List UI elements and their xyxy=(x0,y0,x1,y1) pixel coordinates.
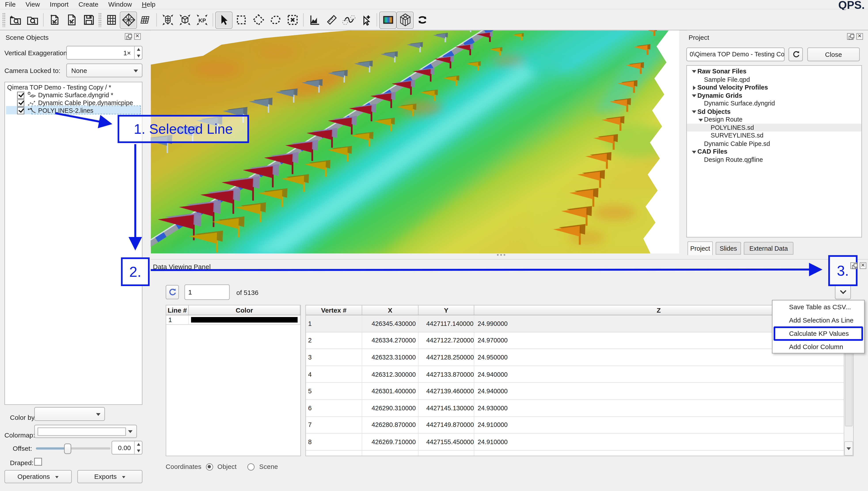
vertex-row-7[interactable]: 7426280.8700004427149.87000024.910000 xyxy=(306,417,844,434)
menu-file[interactable]: File xyxy=(0,0,21,9)
tree-expand-icon[interactable] xyxy=(691,108,698,116)
menu-item-add-color-column[interactable]: Add Color Column xyxy=(773,340,864,353)
tree-expand-icon[interactable] xyxy=(698,116,704,123)
colormap-dropdown[interactable] xyxy=(34,425,137,438)
project-tree[interactable]: Raw Sonar FilesSample File.qpdSound Velo… xyxy=(686,65,862,237)
select-rectangle-button[interactable] xyxy=(232,11,249,28)
vertex-row-6[interactable]: 6426290.3100004427145.13000024.930000 xyxy=(306,400,844,417)
save-button[interactable] xyxy=(80,11,97,28)
vertex-row-5[interactable]: 5426301.4000004427139.46000024.940000 xyxy=(306,383,844,400)
tree-expand-icon[interactable] xyxy=(691,91,698,99)
close-panel-icon[interactable] xyxy=(134,33,141,40)
visibility-checkbox[interactable] xyxy=(17,107,24,114)
offset-slider[interactable] xyxy=(36,447,110,450)
line-number-header[interactable]: Line # xyxy=(166,306,189,315)
zoom-to-kp-button[interactable]: KP xyxy=(193,11,210,28)
new-project-button[interactable] xyxy=(7,11,24,28)
project-tree-item-sd-objects[interactable]: Sd Objects xyxy=(687,108,861,116)
project-tree-item-dynamic-cable-pipe-sd[interactable]: Dynamic Cable Pipe.sd xyxy=(687,140,861,148)
menu-help[interactable]: Help xyxy=(137,0,161,9)
rotate-view-button[interactable] xyxy=(413,11,431,28)
close-panel-icon[interactable] xyxy=(857,33,863,40)
clear-selection-button[interactable] xyxy=(284,11,301,28)
menu-item-save-table-csv[interactable]: Save Table as CSV... xyxy=(773,300,864,314)
visibility-checkbox[interactable] xyxy=(17,91,24,98)
offset-spinner[interactable] xyxy=(134,441,142,454)
record-number-input[interactable] xyxy=(184,285,230,300)
select-cursor-button[interactable] xyxy=(215,11,232,28)
operations-button[interactable]: Operations xyxy=(4,470,72,483)
project-tree-item-dynamic-grids[interactable]: Dynamic Grids xyxy=(687,91,861,99)
tree-expand-icon[interactable] xyxy=(691,83,698,91)
tree-root-item[interactable]: Qimera TOP Demo - Testing Copy / * xyxy=(7,83,111,91)
measure-tool-button[interactable] xyxy=(323,11,340,28)
x-header[interactable]: X xyxy=(362,306,418,315)
float-panel-icon[interactable] xyxy=(125,33,131,40)
draped-checkbox[interactable] xyxy=(34,458,42,466)
select-lasso-button[interactable] xyxy=(267,11,284,28)
close-panel-icon[interactable] xyxy=(860,262,866,269)
open-project-button[interactable] xyxy=(24,11,41,28)
menu-import[interactable]: Import xyxy=(45,0,73,9)
select-polygon-button[interactable] xyxy=(250,11,267,28)
zoom-to-grid-button[interactable] xyxy=(159,11,176,28)
close-project-button[interactable]: Close xyxy=(807,48,860,61)
grid-table-button[interactable] xyxy=(103,11,120,28)
project-tree-item-design-route[interactable]: Design Route xyxy=(687,116,861,123)
import-raw-file-button[interactable] xyxy=(46,11,63,28)
vertical-exaggeration-spinbox[interactable]: 1× xyxy=(66,46,143,59)
project-tree-item-dynamic-surface-dyngrid[interactable]: Dynamic Surface.dyngrid xyxy=(687,99,861,108)
vertex-table[interactable]: Vertex # X Y Z 1426345.4300004427117.140… xyxy=(305,305,854,456)
slider-handle[interactable] xyxy=(64,443,71,454)
vertex-row-2[interactable]: 2426334.2700004427122.72000024.970000 xyxy=(306,332,844,349)
float-panel-icon[interactable] xyxy=(847,33,854,40)
coordinates-scene-radio[interactable] xyxy=(248,463,255,470)
vertical-exaggeration-spinner[interactable] xyxy=(134,47,142,59)
camera-locked-dropdown[interactable]: None xyxy=(66,63,143,77)
vertex-row-8[interactable]: 8426269.7100004427155.45000024.910000 xyxy=(306,434,844,451)
refresh-project-button[interactable] xyxy=(788,48,803,61)
tab-slides[interactable]: Slides xyxy=(716,242,741,255)
vertex-row-3[interactable]: 3426323.3100004427128.25000024.950000 xyxy=(306,349,844,366)
tab-external-data[interactable]: External Data xyxy=(744,242,794,255)
project-tree-item-surveylines-sd[interactable]: SURVEYLINES.sd xyxy=(687,132,861,140)
line-table-row[interactable]: 1 xyxy=(166,315,300,325)
dynamic-grid-view-button[interactable] xyxy=(120,11,137,28)
dock-splitter-handle[interactable] xyxy=(497,254,510,257)
menu-item-add-selection-as-line[interactable]: Add Selection As Line xyxy=(773,314,864,327)
vertex-number-header[interactable]: Vertex # xyxy=(306,306,362,315)
menu-window[interactable]: Window xyxy=(103,0,137,9)
project-path-field[interactable]: 0\Qimera TOP Demo - Testing Copy xyxy=(686,48,785,61)
vertex-row-1[interactable]: 1426345.4300004427117.14000024.990000 xyxy=(306,315,844,332)
tree-expand-icon[interactable] xyxy=(691,67,698,76)
flat-grid-view-button[interactable] xyxy=(137,11,154,28)
menu-view[interactable]: View xyxy=(21,0,44,9)
spline-tool-button[interactable] xyxy=(340,11,357,28)
vertex-row-4[interactable]: 4426312.3000004427133.87000024.940000 xyxy=(306,366,844,383)
zoom-to-extents-button[interactable] xyxy=(176,11,193,28)
project-tree-item-raw-sonar-files[interactable]: Raw Sonar Files xyxy=(687,67,861,76)
toolbar-drag-handle[interactable] xyxy=(2,12,5,27)
tab-project[interactable]: Project xyxy=(687,241,713,255)
refresh-table-button[interactable] xyxy=(166,285,179,299)
color-header[interactable]: Color xyxy=(189,306,301,315)
toolbar-drag-handle[interactable] xyxy=(98,12,102,27)
y-header[interactable]: Y xyxy=(418,306,474,315)
scroll-down-button[interactable] xyxy=(844,441,853,456)
visibility-checkbox[interactable] xyxy=(17,99,24,106)
offset-spinbox[interactable]: 0.00 xyxy=(112,441,143,455)
tree-item-dynamic-surface[interactable]: Dynamic Surface.dyngrid * xyxy=(17,91,113,99)
tree-item-polylines[interactable]: POLYLINES-2.lines xyxy=(17,107,93,114)
profile-view-button[interactable] xyxy=(306,11,323,28)
tree-expand-icon[interactable] xyxy=(691,148,698,156)
float-panel-icon[interactable] xyxy=(850,262,857,269)
tree-item-dynamic-cable-pipe[interactable]: Dynamic Cable Pipe.dynamicpipe xyxy=(17,99,133,107)
color-by-dropdown[interactable] xyxy=(34,407,105,421)
project-tree-item-sample-file-qpd[interactable]: Sample File.qpd xyxy=(687,76,861,83)
table-menu-dropdown-button[interactable] xyxy=(835,285,851,299)
project-tree-item-sound-velocity-profiles[interactable]: Sound Velocity Profiles xyxy=(687,83,861,91)
project-tree-item-cad-files[interactable]: CAD Files xyxy=(687,148,861,156)
exports-button[interactable]: Exports xyxy=(77,470,143,483)
import-processed-file-button[interactable] xyxy=(63,11,80,28)
project-tree-item-polylines-sd[interactable]: POLYLINES.sd xyxy=(687,123,861,132)
